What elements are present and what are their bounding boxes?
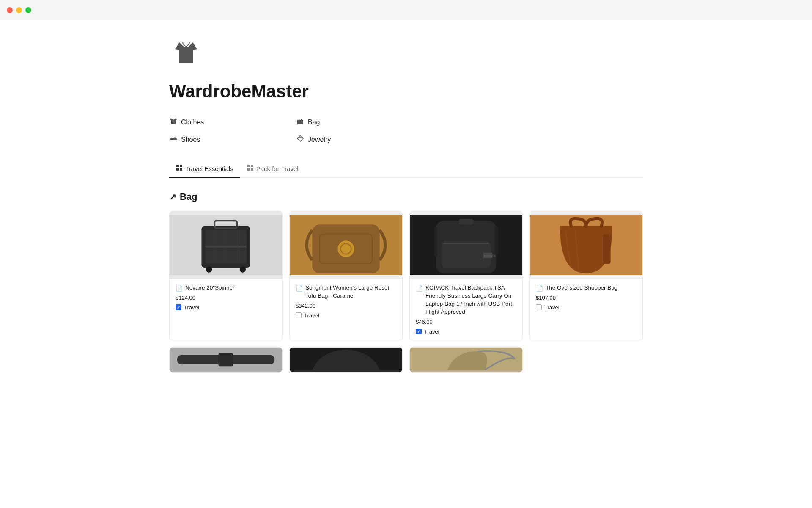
card-novaire-tag-label: Travel [184, 304, 199, 311]
nav-bag[interactable]: Bag [296, 115, 423, 129]
svg-rect-0 [297, 120, 303, 124]
card-kopack-tag-label: Travel [424, 329, 439, 335]
card-novaire-image [170, 211, 282, 279]
card-shopper-price: $107.00 [536, 295, 636, 301]
card-songmont-name: Songmont Women's Large Reset Tofu Bag - … [305, 284, 396, 300]
svg-rect-30 [495, 226, 498, 257]
arrow-up-right-icon: ↗ [169, 192, 176, 202]
card-novaire-checkbox[interactable] [176, 304, 181, 310]
cards-grid: 📄 Novaire 20"Spinner $124.00 Travel [169, 211, 643, 340]
card-kopack-image: KOPACK [410, 211, 522, 279]
card-shopper-image [530, 211, 642, 279]
svg-rect-5 [247, 165, 250, 167]
card-songmont-body: 📄 Songmont Women's Large Reset Tofu Bag … [290, 279, 402, 324]
tab-pack-for-travel[interactable]: Pack for Travel [240, 160, 305, 178]
card-kopack-name: KOPACK Travel Backpack TSA Friendly Busi… [425, 284, 516, 316]
card-kopack-checkbox[interactable] [416, 329, 422, 334]
card-novaire-name: Novaire 20"Spinner [185, 284, 235, 292]
svg-rect-7 [247, 168, 250, 171]
card-kopack-body: 📄 KOPACK Travel Backpack TSA Friendly Bu… [410, 279, 522, 340]
svg-rect-29 [434, 226, 437, 257]
svg-rect-34 [603, 234, 611, 264]
doc-icon: 📄 [176, 285, 183, 292]
doc-icon-3: 📄 [416, 285, 423, 292]
card-songmont-checkbox[interactable] [296, 312, 302, 318]
doc-icon-2: 📄 [296, 285, 303, 292]
section-header: ↗ Bag [169, 191, 643, 202]
card-shopper-name: The Oversized Shopper Bag [546, 284, 617, 292]
card-songmont-price: $342.00 [296, 303, 396, 309]
svg-rect-2 [180, 165, 182, 167]
nav-bag-label: Bag [308, 119, 320, 126]
svg-point-13 [206, 267, 212, 273]
nav-jewelry-label: Jewelry [308, 136, 331, 144]
tabs: Travel Essentials Pack for Travel [169, 160, 643, 178]
card-songmont-tag-label: Travel [304, 312, 319, 319]
jewelry-icon [296, 134, 304, 145]
card-songmont-image [290, 211, 402, 279]
bag-icon [296, 117, 304, 127]
card-shopper-tag: Travel [536, 304, 636, 311]
svg-rect-37 [218, 353, 233, 366]
close-button[interactable] [7, 7, 13, 13]
nav-clothes-label: Clothes [181, 119, 204, 126]
card-novaire-tag: Travel [176, 304, 276, 311]
nav-jewelry[interactable]: Jewelry [296, 133, 423, 146]
minimize-button[interactable] [16, 7, 22, 13]
shoes-icon [169, 134, 178, 145]
card-kopack-tag: Travel [416, 329, 516, 335]
bottom-card-fanny-image [170, 348, 282, 373]
bottom-card-shoulder-image [410, 348, 522, 373]
nav-clothes[interactable]: Clothes [169, 115, 296, 129]
card-songmont-tag: Travel [296, 312, 396, 319]
svg-rect-4 [180, 168, 182, 171]
tab-pack-icon [247, 164, 254, 173]
svg-point-14 [240, 267, 246, 273]
doc-icon-4: 📄 [536, 285, 543, 292]
card-songmont[interactable]: 📄 Songmont Women's Large Reset Tofu Bag … [289, 211, 403, 340]
card-shopper-checkbox[interactable] [536, 304, 542, 310]
main-content: WardrobeMaster Clothes Bag Shoes Jewelry [135, 20, 677, 389]
card-shopper-body: 📄 The Oversized Shopper Bag $107.00 Trav… [530, 279, 642, 316]
bottom-card-fanny[interactable] [169, 347, 283, 373]
card-kopack-price: $46.00 [416, 319, 516, 325]
maximize-button[interactable] [25, 7, 31, 13]
bottom-card-shoulder[interactable] [409, 347, 523, 373]
section-title: Bag [180, 191, 198, 202]
svg-rect-1 [176, 165, 179, 167]
bottom-card-tote[interactable] [289, 347, 403, 373]
clothes-icon [169, 117, 178, 127]
svg-rect-26 [458, 219, 473, 224]
nav-shoes-label: Shoes [181, 136, 200, 144]
card-novaire-price: $124.00 [176, 295, 276, 301]
card-kopack[interactable]: KOPACK 📄 KOPACK Travel Backpack TSA Frie… [409, 211, 523, 340]
card-shopper[interactable]: 📄 The Oversized Shopper Bag $107.00 Trav… [529, 211, 643, 340]
svg-rect-8 [251, 168, 253, 171]
bottom-card-tote-image [290, 348, 402, 373]
card-novaire-body: 📄 Novaire 20"Spinner $124.00 Travel [170, 279, 282, 316]
nav-shoes[interactable]: Shoes [169, 133, 296, 146]
bottom-card-empty [529, 347, 643, 373]
app-icon [169, 37, 203, 71]
svg-rect-3 [176, 168, 179, 171]
tab-pack-for-travel-label: Pack for Travel [256, 165, 299, 172]
svg-text:KOPACK: KOPACK [484, 254, 496, 258]
tab-travel-essentials[interactable]: Travel Essentials [169, 160, 240, 178]
card-novaire[interactable]: 📄 Novaire 20"Spinner $124.00 Travel [169, 211, 283, 340]
titlebar [0, 0, 812, 20]
tab-travel-essentials-label: Travel Essentials [185, 165, 233, 172]
bottom-cards-grid [169, 347, 643, 373]
nav-links: Clothes Bag Shoes Jewelry [169, 115, 423, 146]
card-shopper-tag-label: Travel [544, 304, 560, 311]
app-title: WardrobeMaster [169, 81, 643, 102]
tab-travel-icon [176, 164, 183, 173]
svg-rect-6 [251, 165, 253, 167]
